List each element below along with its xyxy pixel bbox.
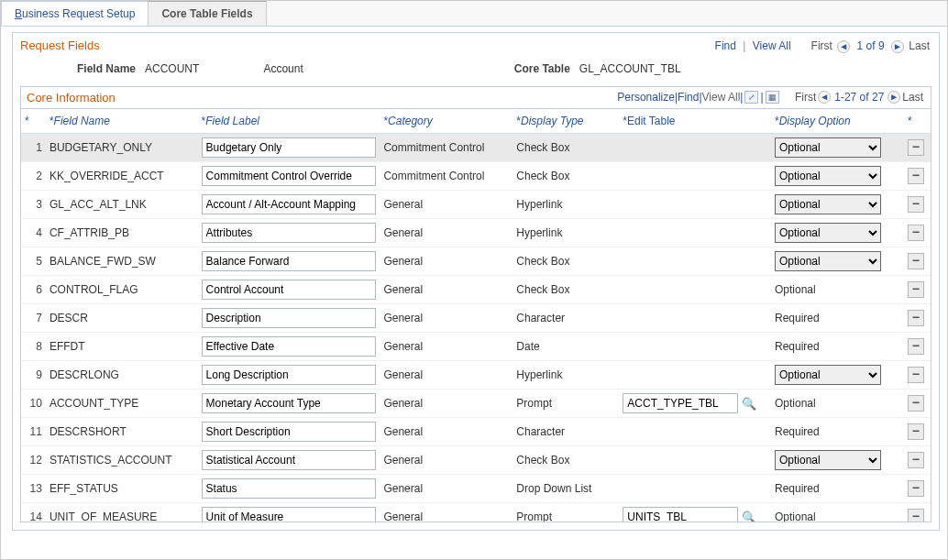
edit-table-cell — [619, 474, 771, 502]
core-table-label: Core Table — [514, 62, 570, 75]
edit-table-cell — [619, 190, 771, 218]
delete-row-button[interactable]: − — [908, 168, 924, 184]
page-tabs: Business Request Setup Core Table Fields — [1, 1, 947, 27]
rf-viewall-link[interactable]: View All — [753, 39, 791, 52]
core-info-title: Core Information — [27, 91, 116, 104]
delete-row-button[interactable]: − — [908, 225, 924, 241]
field-label-input[interactable] — [202, 280, 377, 300]
field-label-input[interactable] — [202, 393, 377, 413]
category-cell: General — [380, 360, 513, 389]
table-row: 1BUDGETARY_ONLYCommitment ControlCheck B… — [21, 133, 931, 161]
field-label-input[interactable] — [202, 308, 377, 328]
category-cell: General — [380, 474, 513, 502]
edit-table-cell — [619, 275, 771, 303]
table-row: 2KK_OVERRIDE_ACCTCommitment ControlCheck… — [21, 161, 931, 190]
edit-table-cell: 🔍 — [619, 389, 771, 417]
delete-row-button[interactable]: − — [908, 509, 924, 522]
display-option-select[interactable]: OptionalRequired — [775, 365, 881, 385]
rf-find-link[interactable]: Find — [715, 39, 736, 52]
download-icon[interactable]: ▦ — [766, 91, 779, 104]
col-edit-table-header[interactable]: Edit Table — [619, 109, 771, 134]
display-option-select[interactable]: OptionalRequired — [775, 251, 881, 271]
display-option-select[interactable]: OptionalRequired — [775, 194, 881, 214]
display-option-select[interactable]: OptionalRequired — [775, 137, 881, 158]
rf-range: 1 of 9 — [857, 39, 885, 52]
ci-viewall-link[interactable]: View All — [702, 91, 741, 104]
field-label-input[interactable] — [202, 223, 377, 243]
field-label-input[interactable] — [202, 450, 377, 470]
delete-row-button[interactable]: − — [908, 139, 924, 156]
table-row: 12STATISTICS_ACCOUNTGeneralCheck BoxOpti… — [21, 445, 931, 474]
display-option-select[interactable]: OptionalRequired — [775, 223, 881, 243]
field-label-input[interactable] — [202, 137, 377, 158]
delete-row-button[interactable]: − — [908, 196, 924, 213]
rf-next-icon[interactable]: ► — [891, 40, 904, 53]
row-number: 8 — [21, 332, 46, 360]
field-name-cell: UNIT_OF_MEASURE — [46, 502, 198, 522]
row-number: 14 — [21, 502, 46, 522]
ci-range: 1-27 of 27 — [834, 91, 884, 104]
col-category-header[interactable]: Category — [380, 109, 513, 134]
table-row: 4CF_ATTRIB_PBGeneralHyperlinkOptionalReq… — [21, 218, 931, 247]
delete-row-button[interactable]: − — [908, 253, 924, 269]
ci-last-label: Last — [902, 91, 923, 104]
edit-table-input[interactable] — [623, 507, 738, 522]
display-option-cell: OptionalRequired — [771, 247, 904, 275]
field-label-input[interactable] — [202, 478, 377, 499]
core-info-toolbar: Personalize | Find | View All | ⤢ | ▦ Fi… — [617, 91, 925, 104]
field-label-input[interactable] — [202, 507, 377, 522]
category-cell: General — [380, 417, 513, 445]
delete-row-button[interactable]: − — [908, 338, 924, 355]
lookup-icon[interactable]: 🔍 — [742, 397, 756, 411]
display-option-cell: Required — [771, 474, 904, 502]
display-type-cell: Date — [513, 332, 619, 360]
field-name-cell: GL_ACC_ALT_LNK — [46, 190, 198, 218]
delete-row-button[interactable]: − — [908, 367, 924, 383]
display-option-cell: OptionalRequired — [771, 161, 904, 190]
delete-row-button[interactable]: − — [908, 423, 924, 440]
field-name-cell: ACCOUNT_TYPE — [46, 389, 198, 417]
display-option-cell: OptionalRequired — [771, 360, 904, 389]
field-label-input[interactable] — [202, 365, 377, 385]
ci-personalize-link[interactable]: Personalize — [617, 91, 675, 104]
edit-table-cell — [619, 247, 771, 275]
delete-row-button[interactable]: − — [908, 480, 924, 497]
ci-next-icon[interactable]: ► — [887, 91, 900, 104]
ci-find-link[interactable]: Find — [678, 91, 699, 104]
edit-table-cell — [619, 218, 771, 247]
col-field-label-header[interactable]: Field Label — [198, 109, 380, 134]
field-name-cell: DESCRSHORT — [46, 417, 198, 445]
ci-first-label: First — [795, 91, 816, 104]
lookup-icon[interactable]: 🔍 — [742, 511, 756, 522]
grid-scroll[interactable]: Field Name Field Label Category Display … — [21, 109, 931, 522]
col-field-name-header[interactable]: Field Name — [46, 109, 198, 134]
col-display-option-header[interactable]: Display Option — [771, 109, 904, 134]
display-type-cell: Prompt — [513, 502, 619, 522]
table-row: 9DESCRLONGGeneralHyperlinkOptionalRequir… — [21, 360, 931, 389]
zoom-icon[interactable]: ⤢ — [744, 91, 758, 104]
delete-row-button[interactable]: − — [908, 452, 924, 468]
rf-prev-icon[interactable]: ◄ — [837, 40, 850, 53]
display-option-cell: Optional — [771, 389, 904, 417]
display-option-select[interactable]: OptionalRequired — [775, 450, 881, 470]
field-label-input[interactable] — [202, 336, 377, 357]
field-label-input[interactable] — [202, 422, 377, 442]
delete-row-button[interactable]: − — [908, 281, 924, 298]
delete-row-button[interactable]: − — [908, 310, 924, 326]
field-label-input[interactable] — [202, 166, 377, 186]
edit-table-input[interactable] — [623, 393, 738, 413]
display-option-select[interactable]: OptionalRequired — [775, 166, 881, 186]
field-label-input[interactable] — [202, 194, 377, 214]
tab-core-table-fields[interactable]: Core Table Fields — [148, 1, 266, 26]
core-info-grid: Core Information Personalize | Find | Vi… — [20, 86, 931, 522]
category-cell: General — [380, 445, 513, 474]
ci-prev-icon[interactable]: ◄ — [818, 91, 831, 104]
table-row: 14UNIT_OF_MEASUREGeneralPrompt🔍Optional− — [21, 502, 931, 522]
tab-business-request-setup[interactable]: Business Request Setup — [1, 1, 149, 26]
category-cell: Commitment Control — [380, 133, 513, 161]
category-cell: General — [380, 247, 513, 275]
field-label-input[interactable] — [202, 251, 377, 271]
delete-row-button[interactable]: − — [908, 395, 924, 412]
col-display-type-header[interactable]: Display Type — [513, 109, 619, 134]
table-row: 13EFF_STATUSGeneralDrop Down ListRequire… — [21, 474, 931, 502]
